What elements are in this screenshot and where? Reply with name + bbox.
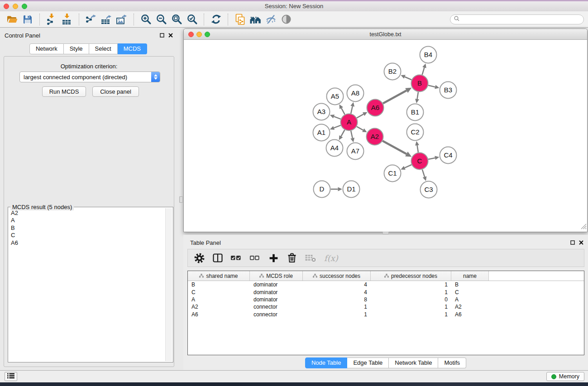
function-builder-button[interactable]: f(x) <box>323 253 338 263</box>
graph-edge-A-A3[interactable] <box>330 114 341 119</box>
tab-network[interactable]: Network <box>29 43 64 54</box>
graph-edge-C-C4[interactable] <box>428 156 439 160</box>
network-close-button[interactable] <box>188 32 194 37</box>
save-session-button[interactable] <box>20 13 35 26</box>
graph-node-A8[interactable]: A8 <box>347 85 364 102</box>
graph-node-B[interactable]: B <box>411 75 428 92</box>
graph-node-A6[interactable]: A6 <box>367 100 384 116</box>
show-graphics-details-button[interactable] <box>278 13 294 26</box>
graph-edge-B-B3[interactable] <box>428 85 440 89</box>
graph-node-A7[interactable]: A7 <box>347 143 364 160</box>
search-input[interactable] <box>460 15 583 24</box>
mcds-result-item[interactable]: A <box>11 217 164 224</box>
import-table-button[interactable] <box>59 13 75 26</box>
float-panel-icon[interactable] <box>160 33 164 38</box>
column-header-successor-nodes[interactable]: successor nodes <box>303 271 371 281</box>
mcds-result-item[interactable]: A2 <box>11 210 164 217</box>
mcds-result-scrollbar[interactable] <box>165 208 172 361</box>
graph-edge-B-B4[interactable] <box>422 63 426 75</box>
ndex-browser-button[interactable] <box>248 13 263 26</box>
panel-splitter-handle-vertical[interactable] <box>179 196 183 203</box>
search-field[interactable] <box>450 14 584 24</box>
float-table-panel-icon[interactable] <box>570 240 575 245</box>
graph-edge-C-C1[interactable] <box>401 165 411 170</box>
graph-edge-D-D1[interactable] <box>331 187 343 191</box>
table-row[interactable]: Cdominator41C <box>188 288 584 295</box>
close-panel-icon[interactable] <box>168 33 173 38</box>
table-row[interactable]: Adominator80A <box>188 296 584 303</box>
graph-node-B2[interactable]: B2 <box>384 63 401 80</box>
network-zoom-button[interactable] <box>205 32 210 37</box>
panel-splitter-handle-horizontal[interactable] <box>382 232 389 234</box>
export-network-button[interactable] <box>83 13 99 26</box>
table-row[interactable]: A6connector11A6 <box>188 311 584 318</box>
deselect-all-rows-button[interactable] <box>249 252 261 264</box>
select-all-rows-button[interactable] <box>230 252 242 264</box>
close-window-button[interactable] <box>4 4 9 9</box>
network-window-titlebar[interactable]: testGlobe.txt <box>184 29 587 40</box>
run-mcds-button[interactable]: Run MCDS <box>42 86 86 97</box>
graph-edge-A-A7[interactable] <box>350 131 354 142</box>
column-header-shared-name[interactable]: shared name <box>188 271 250 281</box>
graph-node-B4[interactable]: B4 <box>420 47 437 63</box>
column-header-name[interactable]: name <box>451 271 489 281</box>
tab-style[interactable]: Style <box>64 43 89 54</box>
export-table-button[interactable] <box>99 13 114 26</box>
show-hide-columns-button[interactable] <box>212 252 224 264</box>
graph-edge-A-A4[interactable] <box>339 130 345 140</box>
zoom-in-button[interactable] <box>138 13 153 26</box>
graph-node-C2[interactable]: C2 <box>407 124 424 141</box>
export-image-button[interactable] <box>114 13 129 26</box>
table-tab-network-table[interactable]: Network Table <box>389 357 438 368</box>
memory-button[interactable]: Memory <box>546 372 584 381</box>
graph-node-D[interactable]: D <box>314 181 330 198</box>
close-panel-button[interactable]: Close panel <box>92 86 139 97</box>
graph-node-A1[interactable]: A1 <box>313 124 330 141</box>
tab-select[interactable]: Select <box>89 43 118 54</box>
apply-layout-button[interactable] <box>208 13 224 26</box>
graph-edge-A-A6[interactable] <box>357 112 367 118</box>
import-network-button[interactable] <box>44 13 59 26</box>
close-table-panel-icon[interactable] <box>579 240 583 245</box>
table-row[interactable]: Bdominator41B <box>188 281 584 288</box>
table-row[interactable]: A2connector11A2 <box>188 303 584 310</box>
optimization-criterion-select[interactable]: largest connected component (directed) <box>19 71 160 82</box>
hide-selected-button[interactable] <box>263 13 278 26</box>
graph-edge-C-C2[interactable] <box>415 141 419 152</box>
graph-edge-B-B1[interactable] <box>415 92 419 103</box>
graph-node-C3[interactable]: C3 <box>421 181 437 198</box>
open-session-button[interactable] <box>5 13 20 26</box>
graph-node-A5[interactable]: A5 <box>327 88 344 105</box>
network-canvas[interactable]: AA1A2A3A4A5A6A7A8BB1B2B3B4CC1C2C3C4DD1 <box>184 40 587 232</box>
graph-node-B1[interactable]: B1 <box>407 104 424 121</box>
delete-table-button[interactable] <box>305 252 316 264</box>
mcds-result-item[interactable]: B <box>11 224 164 232</box>
table-tab-node-table[interactable]: Node Table <box>305 357 348 368</box>
graph-edge-A2-C[interactable] <box>382 141 411 157</box>
network-minimize-button[interactable] <box>196 32 202 37</box>
zoom-out-button[interactable] <box>153 13 169 26</box>
graph-edge-A-A2[interactable] <box>357 127 367 133</box>
graph-node-C4[interactable]: C4 <box>440 147 457 164</box>
add-column-button[interactable] <box>268 252 279 264</box>
minimize-window-button[interactable] <box>13 4 18 9</box>
graph-node-D1[interactable]: D1 <box>343 181 360 198</box>
table-tab-edge-table[interactable]: Edge Table <box>347 357 389 368</box>
window-resize-grip[interactable] <box>581 223 587 231</box>
table-tab-motifs[interactable]: Motifs <box>438 357 466 368</box>
zoom-selected-button[interactable] <box>184 13 200 26</box>
graph-edge-B-B2[interactable] <box>401 75 411 80</box>
fullscreen-window-button[interactable] <box>22 4 27 9</box>
graph-node-A3[interactable]: A3 <box>313 104 330 120</box>
table-settings-button[interactable] <box>193 252 205 264</box>
column-header-predecessor-nodes[interactable]: predecessor nodes <box>371 271 451 281</box>
graph-node-B3[interactable]: B3 <box>440 82 457 99</box>
graph-node-A2[interactable]: A2 <box>367 129 383 145</box>
graph-node-C[interactable]: C <box>411 153 428 170</box>
mcds-result-item[interactable]: A6 <box>11 239 164 247</box>
graph-edge-C-C3[interactable] <box>422 170 426 181</box>
task-history-button[interactable] <box>5 372 17 381</box>
column-header-MCDS-role[interactable]: MCDS role <box>250 271 303 281</box>
graph-edge-A-A5[interactable] <box>339 105 345 114</box>
graph-edge-A-A8[interactable] <box>350 102 354 114</box>
